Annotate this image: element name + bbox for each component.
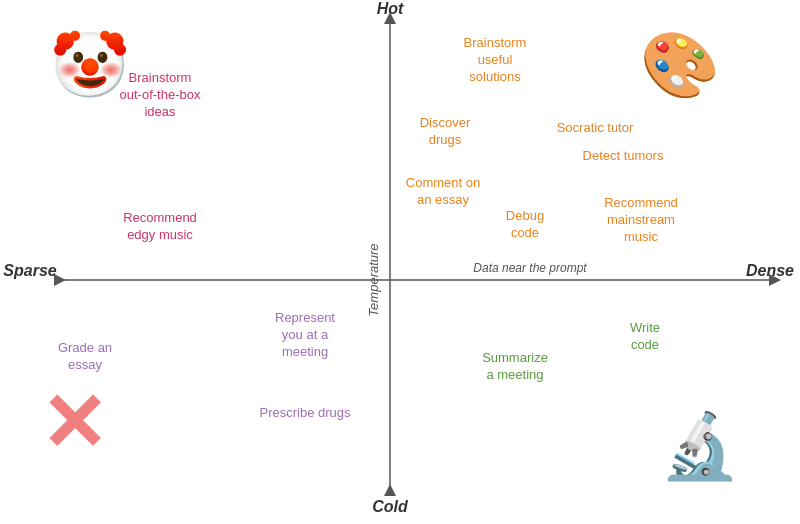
svg-text:Dense: Dense: [746, 262, 794, 279]
discover-drugs: Discoverdrugs: [390, 115, 500, 149]
socratic-tutor: Socratic tutor: [540, 120, 650, 137]
svg-text:Cold: Cold: [372, 498, 409, 515]
grade-essay: Grade anessay: [30, 340, 140, 374]
microscope-icon: 🔬: [660, 409, 740, 484]
prescribe-drugs: Prescribe drugs: [250, 405, 360, 422]
debug-code: Debugcode: [470, 208, 580, 242]
svg-text:Sparse: Sparse: [3, 262, 56, 279]
write-code: Writecode: [590, 320, 700, 354]
svg-text:Temperature: Temperature: [366, 243, 381, 316]
chart-container: Temperature Hot Cold Sparse Dense Data n…: [0, 0, 800, 524]
represent-meeting: Representyou at ameeting: [250, 310, 360, 361]
detect-tumors: Detect tumors: [568, 148, 678, 165]
recommend-mainstream: Recommendmainstreammusic: [586, 195, 696, 246]
palette-icon: 🎨: [640, 28, 720, 103]
x-mark-icon: ✕: [40, 384, 107, 464]
comment-essay: Comment onan essay: [388, 175, 498, 209]
brainstorm-box: Brainstormout-of-the-boxideas: [105, 70, 215, 121]
svg-text:Hot: Hot: [377, 0, 404, 17]
brainstorm-useful: Brainstormusefulsolutions: [440, 35, 550, 86]
recommend-edgy: Recommendedgy music: [105, 210, 215, 244]
summarize-meeting: Summarizea meeting: [460, 350, 570, 384]
svg-text:Data near the prompt: Data near the prompt: [473, 261, 587, 275]
